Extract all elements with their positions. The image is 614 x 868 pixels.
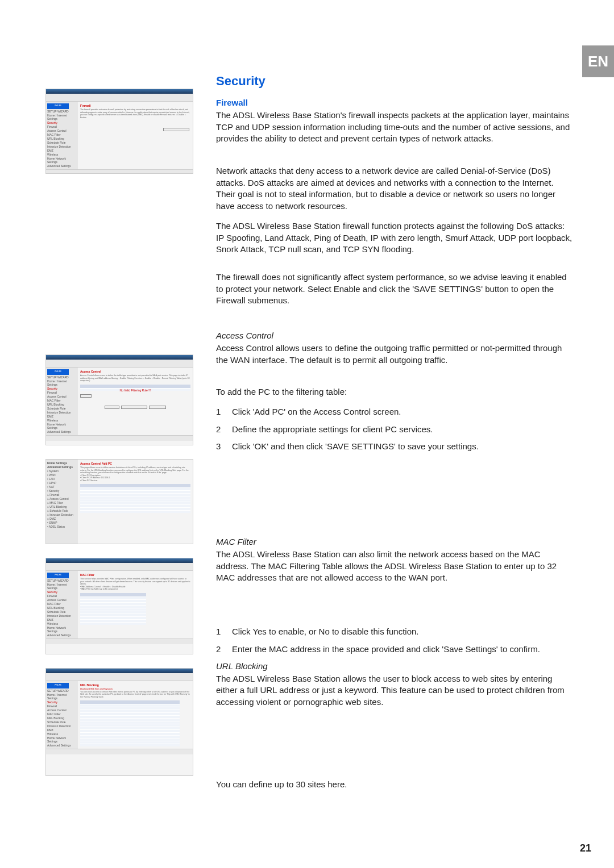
firewall-p3: The ADSL Wireless Base Station firewall …: [216, 220, 574, 256]
access-control-p1: Access Control allows users to define th…: [216, 343, 574, 366]
mac-filter-heading: MAC Filter: [216, 537, 574, 546]
access-control-lead: To add the PC to the filtering table:: [216, 386, 574, 398]
firewall-heading: Firewall: [216, 98, 574, 107]
screenshot-firewall: PHILIPS SETUP WIZARDHome / Internet Sett…: [45, 89, 193, 174]
screenshot-mac-filter: PHILIPS SETUP WIZARDHome / Internet Sett…: [45, 558, 193, 654]
save-settings-button[interactable]: [163, 128, 189, 131]
firewall-p2: Network attacks that deny access to a ne…: [216, 165, 574, 212]
access-control-heading: Access Control: [216, 331, 574, 340]
mac-filter-steps: 1Click Yes to enable, or No to disable t…: [216, 626, 574, 655]
section-title: Security: [216, 74, 574, 89]
url-blocking-p2: You can define up to 30 sites here.: [216, 779, 574, 791]
screenshot-url-blocking: PHILIPS SETUP WIZARDHome / Internet Sett…: [45, 668, 193, 776]
language-tab: EN: [582, 45, 614, 77]
firewall-p1: The ADSL Wireless Base Station's firewal…: [216, 110, 574, 145]
cancel-button[interactable]: [149, 406, 166, 409]
add-pc-button[interactable]: [80, 394, 92, 398]
philips-logo: PHILIPS: [47, 103, 69, 109]
url-blocking-p1: The ADSL Wireless Base Station allows th…: [216, 673, 574, 708]
help-button[interactable]: [105, 406, 119, 409]
screenshot-access-control-add-pc: Home Settings Advanced Settings • System…: [45, 459, 193, 544]
firewall-p4: The firewall does not significantly affe…: [216, 272, 574, 307]
save-settings-button[interactable]: [121, 406, 147, 409]
access-control-steps: 1Click 'Add PC' on the Access Control sc…: [216, 406, 574, 453]
screenshot-access-control: PHILIPS SETUP WIZARDHome / Internet Sett…: [45, 354, 193, 445]
mac-filter-p1: The ADSL Wireless Base Station can also …: [216, 549, 574, 584]
page-number: 21: [580, 842, 591, 854]
url-blocking-heading: URL Blocking: [216, 661, 574, 671]
